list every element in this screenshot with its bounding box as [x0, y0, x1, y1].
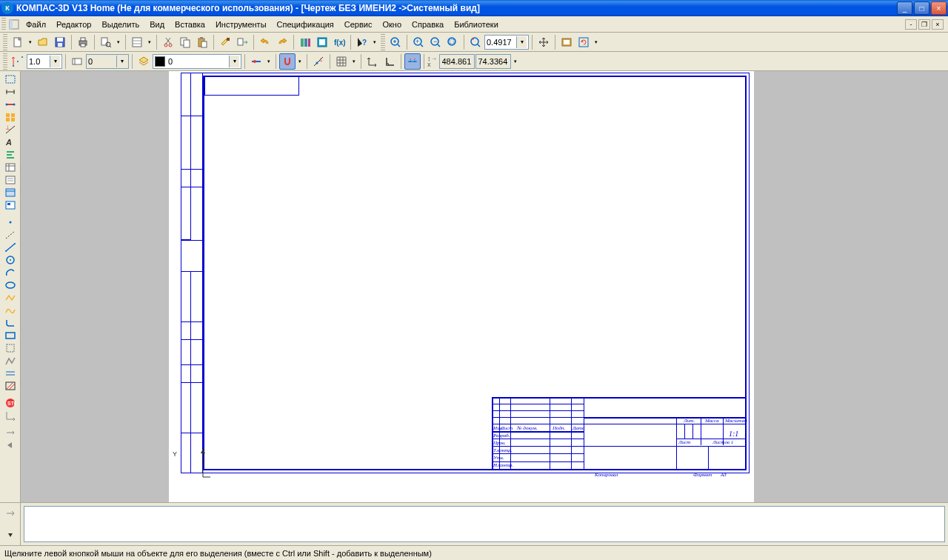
variables-button[interactable]: f(x) — [331, 34, 347, 50]
coord-dropdown[interactable]: ▾ — [512, 59, 519, 64]
select-panel-button[interactable] — [1, 148, 19, 161]
insert-panel-button[interactable] — [1, 186, 19, 199]
create-button[interactable] — [1, 409, 19, 421]
new-dropdown[interactable]: ▾ — [27, 39, 34, 45]
menu-window[interactable]: Окно — [377, 19, 407, 30]
cut-button[interactable] — [160, 34, 176, 50]
paste-button[interactable] — [194, 34, 210, 50]
reports-panel-button[interactable] — [1, 173, 19, 186]
view-state-button[interactable] — [69, 53, 85, 70]
undo-button[interactable] — [257, 34, 273, 50]
point-button[interactable] — [1, 216, 19, 228]
local-cs-button[interactable] — [364, 53, 381, 70]
zoom-window-button[interactable] — [387, 34, 404, 50]
layer-combo-arrow[interactable]: ▾ — [229, 56, 239, 67]
grid-step-button[interactable] — [10, 53, 26, 70]
coord-y-field[interactable] — [475, 54, 511, 69]
circle-button[interactable] — [1, 253, 19, 266]
spec-panel-button[interactable] — [1, 161, 19, 173]
segment-button[interactable] — [1, 241, 19, 253]
mdi-minimize-button[interactable]: - — [905, 19, 917, 30]
ortho-draw-button[interactable] — [248, 53, 264, 70]
toolbar-grip[interactable] — [3, 34, 7, 50]
help-button[interactable]: ? — [354, 34, 370, 50]
open-button[interactable] — [35, 34, 51, 50]
drawing-canvas[interactable]: Изм. Лист № докум. Подп. Дата Разраб. Пр… — [21, 71, 948, 502]
style-combo-arrow[interactable]: ▾ — [116, 56, 127, 67]
preview-dropdown[interactable]: ▾ — [115, 39, 122, 45]
maximize-button[interactable]: □ — [914, 1, 929, 15]
snap-dropdown[interactable]: ▾ — [296, 59, 304, 64]
step-combo[interactable]: 1.0 ▾ — [27, 54, 62, 69]
measure-panel-button[interactable]: A — [1, 136, 19, 148]
layer-combo[interactable]: 0 ▾ — [153, 54, 241, 69]
edit-panel-button[interactable] — [1, 110, 19, 123]
ortho-button[interactable] — [381, 53, 398, 70]
properties-dropdown[interactable]: ▾ — [146, 39, 153, 45]
designations-panel-button[interactable] — [1, 98, 19, 110]
menu-file[interactable]: Файл — [21, 19, 51, 30]
zoom-in-button[interactable]: + — [410, 34, 427, 50]
arc-button[interactable] — [1, 266, 19, 279]
zoom-combo-arrow[interactable]: ▾ — [516, 36, 527, 48]
rectangle-button[interactable] — [1, 329, 19, 341]
menu-tools[interactable]: Инструменты — [210, 19, 272, 30]
properties-button[interactable] — [129, 34, 145, 50]
model-tree-button[interactable] — [314, 34, 330, 50]
dimensions-panel-button[interactable] — [1, 85, 19, 98]
properties-copy-button[interactable] — [234, 34, 250, 50]
parametrize-panel-button[interactable]: ⊥ — [1, 123, 19, 136]
ortho-dropdown[interactable]: ▾ — [265, 59, 273, 64]
stop-button[interactable]: STOP — [1, 396, 19, 409]
fillet-button[interactable] — [1, 316, 19, 329]
bezier-button[interactable] — [1, 304, 19, 316]
collect-contour-button[interactable] — [1, 354, 19, 367]
grid-dropdown[interactable]: ▾ — [350, 59, 358, 64]
ellipse-button[interactable] — [1, 279, 19, 291]
toolbar-grip-3[interactable] — [3, 53, 7, 70]
snap-button[interactable] — [279, 53, 296, 70]
preview-button[interactable] — [98, 34, 114, 50]
menu-view[interactable]: Вид — [144, 19, 170, 30]
toggle-panel-icon[interactable] — [7, 18, 21, 31]
parametric-button[interactable]: ⊥ — [310, 53, 327, 70]
mdi-close-button[interactable]: × — [932, 19, 944, 30]
layers-button[interactable] — [136, 53, 152, 70]
hatch-button[interactable] — [1, 379, 19, 392]
regular-button[interactable] — [1, 341, 19, 354]
library-manager-button[interactable] — [297, 34, 313, 50]
round-button[interactable] — [404, 53, 421, 70]
view-dropdown[interactable]: ▾ — [592, 39, 600, 45]
zoom-fit-button[interactable] — [558, 34, 575, 50]
menu-service[interactable]: Сервис — [339, 19, 378, 30]
prev-button[interactable] — [1, 439, 19, 451]
menu-libraries[interactable]: Библиотеки — [449, 19, 504, 30]
menu-insert[interactable]: Вставка — [170, 19, 210, 30]
pan-button[interactable] — [535, 34, 552, 50]
copy-button[interactable] — [177, 34, 193, 50]
print-button[interactable] — [75, 34, 91, 50]
format-painter-button[interactable] — [217, 34, 233, 50]
mdi-restore-button[interactable]: ❐ — [918, 19, 930, 30]
polyline-button[interactable] — [1, 291, 19, 304]
menu-editor[interactable]: Редактор — [51, 19, 96, 30]
save-button[interactable] — [52, 34, 68, 50]
toolbar-grip-2[interactable] — [381, 34, 385, 50]
menu-spec[interactable]: Спецификация — [272, 19, 339, 30]
refresh-button[interactable] — [575, 34, 592, 50]
views-panel-button[interactable] — [1, 199, 19, 211]
redo-button[interactable] — [274, 34, 290, 50]
step-combo-arrow[interactable]: ▾ — [50, 56, 60, 67]
aux-line-button[interactable] — [1, 228, 19, 241]
equidistant-button[interactable] — [1, 367, 19, 379]
grid-toggle-button[interactable] — [333, 53, 350, 70]
zoom-out-button[interactable]: − — [427, 34, 444, 50]
zoom-combo[interactable]: 0.4917 ▾ — [484, 35, 529, 50]
zoom-selection-button[interactable] — [444, 34, 461, 50]
new-button[interactable] — [10, 34, 26, 50]
enter-button[interactable] — [4, 507, 17, 519]
menu-help[interactable]: Справка — [407, 19, 449, 30]
geometry-panel-button[interactable] — [1, 73, 19, 85]
help-dropdown[interactable]: ▾ — [371, 39, 378, 45]
style-combo[interactable]: 0 ▾ — [86, 54, 129, 69]
